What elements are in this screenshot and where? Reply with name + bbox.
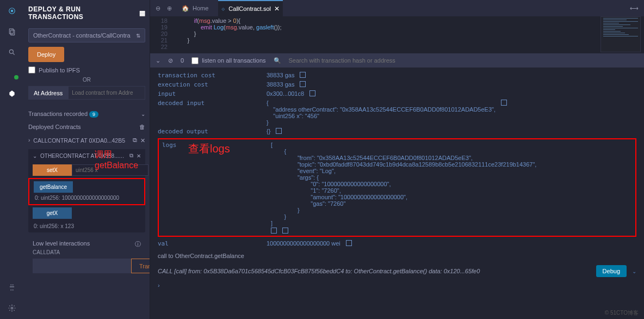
publish-ipfs-label: Publish to IPFS (39, 67, 80, 73)
expand-icon[interactable]: ⟷ (630, 5, 639, 12)
pending-count: 0 (181, 57, 184, 64)
copy-icon[interactable] (271, 228, 277, 234)
settings-icon[interactable] (7, 303, 17, 314)
tab-callcontract[interactable]: ⟐ CallContract.sol ✕ (218, 0, 283, 16)
chevron-down-icon[interactable]: ⌄ (632, 268, 636, 274)
activity-bar (0, 0, 24, 319)
terminal-bar: ⌄ ⊘ 0 listen on all transactions 🔍 (150, 53, 644, 68)
terminal-output[interactable]: transaction cost38833 gas execution cost… (150, 68, 644, 319)
search-icon[interactable]: 🔍 (274, 57, 281, 64)
debug-button[interactable]: Debug (596, 265, 627, 277)
transact-button[interactable]: Transact (131, 259, 150, 273)
plugin-icon[interactable] (7, 282, 17, 293)
trash-icon[interactable]: 🗑 (139, 124, 145, 130)
tx-search-input[interactable] (289, 57, 419, 64)
contract-item-othercontract: ⌄ OTHERCONTRACT AT 0X358...D58 ⧉ ✕ setX … (28, 149, 145, 232)
calldata-input[interactable] (33, 259, 131, 273)
close-tab-icon[interactable]: ✕ (274, 5, 280, 13)
close-icon[interactable]: ✕ (140, 137, 145, 144)
svg-point-6 (11, 307, 13, 309)
publish-ipfs-checkbox[interactable] (28, 66, 35, 73)
copy-icon[interactable] (282, 228, 288, 234)
solidity-icon[interactable] (7, 68, 17, 78)
contract-item-callcontract[interactable]: › CALLCONTRACT AT 0XDA0...42B5 ⧉ ✕ (28, 133, 145, 147)
deployed-contracts-row: Deployed Contracts 🗑 (28, 120, 145, 133)
deploy-button[interactable]: Deploy (28, 47, 64, 62)
tab-bar: ⊖ ⊕ 🏠Home ⟐ CallContract.sol ✕ ⟷ (150, 0, 644, 16)
setx-button[interactable]: setX (33, 164, 72, 176)
contract-select[interactable]: OtherContract - contracts/CallContra ⇅ (28, 28, 145, 42)
svg-point-1 (11, 10, 13, 12)
copy-icon[interactable] (346, 240, 352, 246)
deploy-icon[interactable] (7, 88, 17, 99)
chevron-updown-icon: ⇅ (136, 33, 140, 39)
copy-icon[interactable] (300, 72, 306, 78)
clear-icon[interactable]: ⊘ (168, 57, 173, 64)
tab-home[interactable]: 🏠Home (178, 0, 212, 16)
getx-button[interactable]: getX (33, 207, 72, 219)
chevron-right-icon: › (28, 137, 30, 143)
copy-icon[interactable] (276, 128, 282, 134)
chevron-down-icon: ⌄ (33, 153, 37, 159)
svg-line-5 (13, 53, 15, 55)
low-level-label: Low level interactions (33, 240, 90, 248)
zoom-in-icon[interactable]: ⊕ (167, 5, 172, 12)
panel-title: DEPLOY & RUN TRANSACTIONS (28, 5, 136, 21)
logs-section: 查看logs logs[ { "from": "0x358AA13c52544E… (158, 138, 636, 237)
prompt-chevron: › (158, 279, 636, 289)
panel-menu-icon[interactable]: ▦ (139, 9, 146, 17)
terminal-toggle-icon[interactable]: ⌄ (156, 57, 160, 64)
svg-rect-3 (11, 30, 15, 35)
search-icon[interactable] (7, 47, 17, 58)
chevron-down-icon: ⌄ (141, 111, 145, 117)
remix-logo-icon[interactable] (7, 5, 17, 16)
zoom-out-icon[interactable]: ⊖ (156, 5, 160, 12)
files-icon[interactable] (7, 26, 17, 37)
annotation-getbalance: 调用getBalance (95, 149, 145, 170)
at-address-button[interactable]: At Address (28, 86, 68, 100)
getbalance-button[interactable]: getBalance (34, 181, 73, 193)
calldata-label: CALLDATA (28, 249, 145, 255)
watermark: © 51CTO博客 (605, 309, 639, 317)
at-address-input[interactable] (68, 86, 145, 100)
info-icon[interactable]: ⓘ (135, 240, 141, 248)
code-editor[interactable]: 18 if(msg.value > 0){ 19 emit Log(msg.va… (150, 16, 644, 53)
svg-point-4 (9, 50, 13, 53)
or-divider: OR (28, 77, 145, 83)
call-label: call to OtherContract.getBalance (158, 248, 636, 263)
editor-area: ⊖ ⊕ 🏠Home ⟐ CallContract.sol ✕ ⟷ 18 if(m… (150, 0, 644, 319)
copy-icon[interactable] (501, 100, 507, 106)
svg-rect-2 (9, 29, 13, 34)
copy-icon[interactable]: ⧉ (133, 137, 137, 144)
minimap[interactable] (600, 16, 641, 52)
getx-output: 0: uint256: x 123 (28, 221, 145, 232)
getbalance-output: 0: uint256: 1000000000000000000 (29, 193, 144, 204)
tx-recorded-row[interactable]: Transactions recorded 9 ⌄ (28, 107, 145, 120)
annotation-logs: 查看logs (188, 142, 230, 156)
copy-icon[interactable] (300, 81, 306, 87)
call-detail: CALL [call] from: 0x5B38Da6a701c568545dC… (158, 263, 591, 279)
copy-icon[interactable] (309, 90, 315, 96)
tx-count-badge: 9 (89, 111, 98, 118)
deploy-panel: DEPLOY & RUN TRANSACTIONS ▦ OtherContrac… (24, 0, 150, 319)
listen-checkbox[interactable] (191, 57, 199, 64)
